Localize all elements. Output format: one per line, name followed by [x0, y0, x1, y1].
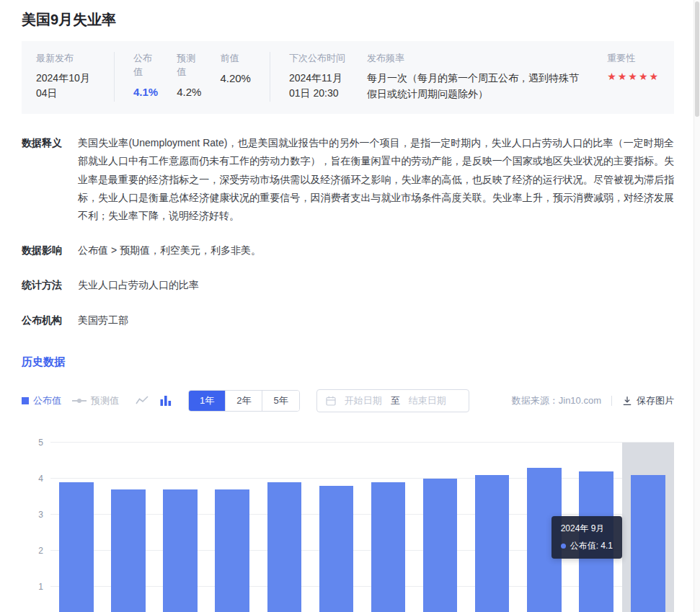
- data-source-label: 数据来源：Jin10.com: [512, 394, 601, 407]
- save-image-label: 保存图片: [637, 394, 674, 407]
- bar-slot-2024年5月[interactable]: [415, 443, 466, 612]
- bar-slot-2024年9月[interactable]: [622, 443, 674, 612]
- section-label: 数据影响: [22, 241, 78, 260]
- chart-type-switcher: [136, 395, 172, 406]
- bar-slot-2023年11月[interactable]: [102, 443, 154, 612]
- toolbar-divider: [611, 396, 612, 406]
- section-publishing-agency: 公布机构 美国劳工部: [22, 311, 674, 329]
- info-label: 发布频率: [367, 52, 583, 66]
- line-chart-icon[interactable]: [136, 395, 149, 406]
- bar[interactable]: [267, 482, 302, 612]
- scrollbar-thumb[interactable]: [695, 1, 699, 117]
- page-title: 美国9月失业率: [22, 10, 674, 30]
- info-label: 预测值: [177, 52, 200, 79]
- legend-line-dot-icon: [72, 398, 87, 404]
- bar-slot-2024年6月[interactable]: [466, 443, 518, 612]
- calendar-icon: [326, 396, 336, 406]
- bar[interactable]: [111, 489, 146, 612]
- end-date-input[interactable]: 结束日期: [409, 394, 446, 407]
- section-content: 美国失业率(Unemployment Rate)，也是美国就业报告中的另外一个项…: [78, 134, 674, 225]
- info-value: 2024年10月04日: [36, 71, 95, 101]
- bar-chart-icon[interactable]: [160, 395, 172, 406]
- legend-label: 预测值: [91, 394, 119, 407]
- date-range-picker[interactable]: 开始日期 至 结束日期: [316, 389, 469, 412]
- info-divider: [114, 52, 115, 102]
- y-axis: 012345: [22, 443, 48, 612]
- section-content: 美国劳工部: [78, 311, 674, 329]
- info-forecast-value: 预测值 4.2%: [177, 52, 201, 100]
- bar-slot-2024年4月[interactable]: [362, 443, 414, 612]
- section-label: 数据释义: [22, 134, 78, 225]
- info-label: 下次公布时间: [289, 52, 348, 66]
- range-tabs: 1年 2年 5年: [188, 390, 300, 412]
- download-icon: [622, 396, 632, 406]
- date-range-to-label: 至: [391, 394, 400, 407]
- history-data-title: 历史数据: [22, 355, 674, 369]
- bar[interactable]: [59, 482, 94, 612]
- y-axis-tick: 5: [38, 438, 43, 448]
- legend-square-icon: [22, 397, 29, 404]
- section-data-definition: 数据释义 美国失业率(Unemployment Rate)，也是美国就业报告中的…: [22, 134, 674, 225]
- start-date-input[interactable]: 开始日期: [345, 394, 382, 407]
- info-previous-value: 前值 4.20%: [220, 52, 251, 87]
- bar-slot-2024年7月[interactable]: [518, 443, 570, 612]
- bar[interactable]: [475, 475, 510, 612]
- description-sections: 数据释义 美国失业率(Unemployment Rate)，也是美国就业报告中的…: [22, 134, 674, 329]
- info-bar: 最新发布 2024年10月04日 公布值 4.1% 预测值 4.2% 前值 4.…: [22, 41, 674, 114]
- bar[interactable]: [371, 482, 406, 612]
- info-latest-release: 最新发布 2024年10月04日: [36, 52, 95, 101]
- tab-1year[interactable]: 1年: [189, 391, 225, 411]
- bar[interactable]: [579, 471, 613, 612]
- legend-published[interactable]: 公布值: [22, 394, 61, 407]
- info-importance: 重要性 ★★★★★: [607, 52, 660, 82]
- info-release-frequency: 发布频率 每月一次（每月的第一个周五公布，遇到特殊节假日或统计周期问题除外）: [367, 52, 583, 102]
- section-data-impact: 数据影响 公布值 > 预期值，利空美元，利多非美。: [22, 241, 674, 260]
- y-axis-tick: 3: [38, 510, 43, 520]
- y-axis-tick: 4: [38, 474, 43, 484]
- bar[interactable]: [319, 486, 354, 612]
- page-scrollbar[interactable]: [694, 0, 700, 612]
- legend-label: 公布值: [33, 394, 61, 407]
- bar-slot-2023年10月[interactable]: [50, 443, 102, 612]
- section-content: 公布值 > 预期值，利空美元，利多非美。: [78, 241, 674, 260]
- importance-stars: ★★★★★: [607, 71, 660, 82]
- bar[interactable]: [527, 468, 562, 612]
- y-axis-tick: 1: [38, 582, 43, 592]
- section-content: 失业人口占劳动人口的比率: [78, 276, 674, 294]
- bar[interactable]: [163, 489, 198, 612]
- y-axis-tick: 2: [38, 546, 43, 556]
- section-statistics-method: 统计方法 失业人口占劳动人口的比率: [22, 276, 674, 294]
- unemployment-bar-chart: 012345 2024年 9月 公布值: 4.1 2023年 10月2023年1…: [22, 443, 674, 612]
- bar[interactable]: [631, 475, 665, 612]
- tab-5year[interactable]: 5年: [262, 391, 298, 411]
- info-value: 4.1%: [133, 84, 158, 101]
- tab-2year[interactable]: 2年: [225, 391, 262, 411]
- section-label: 公布机构: [22, 311, 78, 329]
- info-value: 每月一次（每月的第一个周五公布，遇到特殊节假日或统计周期问题除外）: [367, 71, 583, 102]
- info-published-value: 公布值 4.1%: [133, 52, 158, 100]
- bar[interactable]: [215, 489, 249, 612]
- chart-toolbar: 公布值 预测值 1年 2年 5年 开始日期 至 结束日期: [22, 389, 674, 412]
- bar-slot-2024年2月[interactable]: [258, 443, 310, 612]
- info-next-release: 下次公布时间 2024年11月01日 20:30: [289, 52, 348, 101]
- info-value: 2024年11月01日 20:30: [289, 71, 348, 101]
- bar-slot-2024年8月[interactable]: [570, 443, 622, 612]
- page: 美国9月失业率 最新发布 2024年10月04日 公布值 4.1% 预测值 4.…: [0, 0, 700, 612]
- info-label: 重要性: [607, 52, 660, 66]
- legend-forecast[interactable]: 预测值: [72, 394, 119, 407]
- info-label: 公布值: [133, 52, 156, 79]
- save-image-button[interactable]: 保存图片: [622, 394, 674, 407]
- bar-slot-2024年3月[interactable]: [310, 443, 362, 612]
- info-value: 4.20%: [220, 71, 251, 87]
- section-label: 统计方法: [22, 276, 78, 294]
- bar[interactable]: [423, 479, 458, 612]
- info-value: 4.2%: [177, 84, 201, 101]
- info-divider: [270, 52, 270, 102]
- toolbar-right: 数据来源：Jin10.com 保存图片: [512, 394, 674, 407]
- info-label: 最新发布: [36, 52, 95, 66]
- bar-slot-2023年12月[interactable]: [154, 443, 206, 612]
- bar-slot-2024年1月[interactable]: [206, 443, 258, 612]
- bars-row: [50, 443, 674, 612]
- info-label: 前值: [220, 52, 251, 66]
- chart-plot-area: 012345 2024年 9月 公布值: 4.1: [50, 443, 674, 612]
